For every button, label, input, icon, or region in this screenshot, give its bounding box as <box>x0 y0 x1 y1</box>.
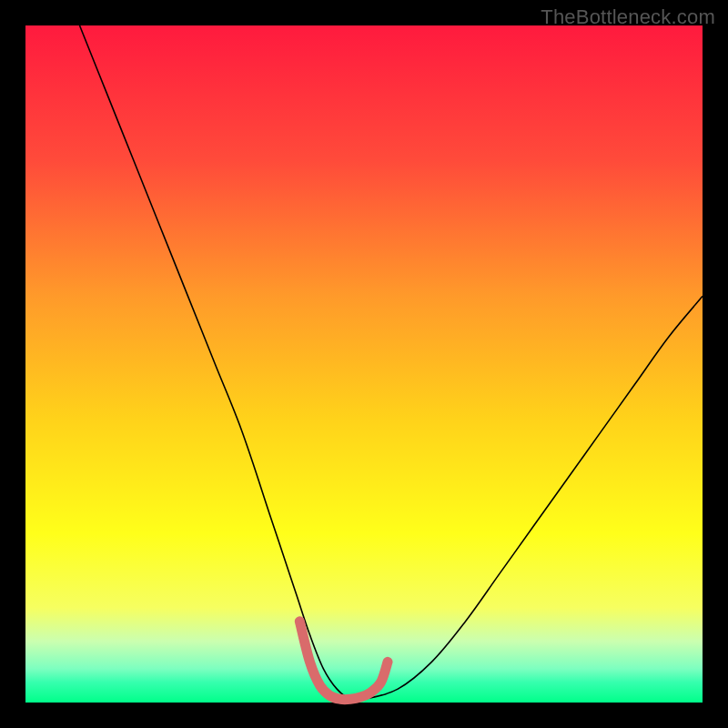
chart-canvas <box>0 0 728 728</box>
bottleneck-chart: TheBottleneck.com <box>0 0 728 728</box>
plot-area <box>25 25 703 703</box>
watermark-text: TheBottleneck.com <box>541 5 715 29</box>
